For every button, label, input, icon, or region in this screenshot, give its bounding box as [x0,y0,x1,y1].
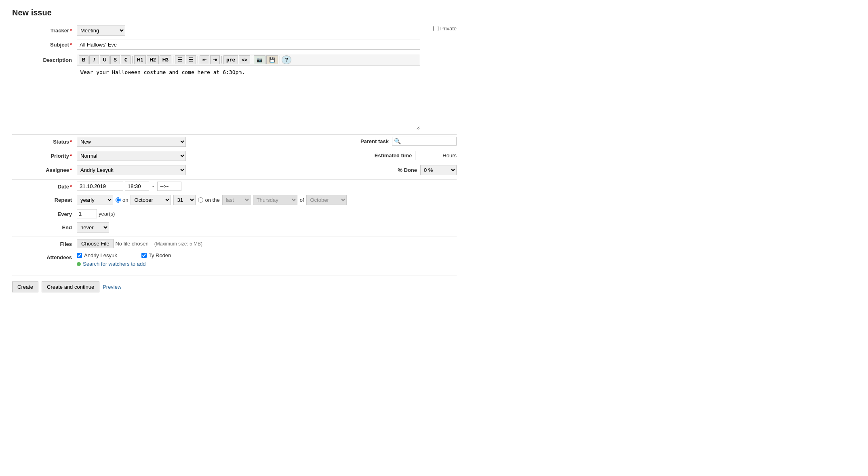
bold-button[interactable]: B [79,55,88,64]
description-field: B I U S C H1 H2 H3 ☰ ☶ ⇤ ⇥ pre [77,54,457,130]
estimated-time-section: Estimated time Hours [198,151,457,160]
files-row: Files Choose File No file chosen (Maximu… [12,239,457,248]
every-input[interactable] [77,209,97,218]
ol-button[interactable]: ☶ [186,55,196,64]
bottom-buttons: Create Create and continue Preview [12,275,457,292]
of-label: of [300,197,304,203]
ul-button[interactable]: ☰ [175,55,185,64]
preview-link[interactable]: Preview [103,284,121,290]
divider-3 [12,237,457,237]
image-button[interactable]: 📷 [254,55,265,64]
create-button[interactable]: Create [12,281,38,292]
h3-button[interactable]: H3 [160,55,171,64]
subject-field [77,40,457,50]
description-row: Description B I U S C H1 H2 H3 ☰ ☶ [12,54,457,130]
repeat-row: Repeat daily weekly monthly yearly on Ja… [12,195,457,205]
priority-field: Low Normal High Urgent Immediate [77,151,198,161]
estimated-time-input[interactable] [415,151,439,160]
search-icon: 🔍 [394,138,401,144]
search-watchers-section: Search for watchers to add [77,261,145,267]
divider-2 [12,179,457,180]
day-on-select[interactable]: 12345 678910 1112131415 1617181920 21222… [173,195,196,205]
page-title: New issue [12,8,856,17]
files-label: Files [12,239,77,247]
repeat-frequency-select[interactable]: daily weekly monthly yearly [77,195,113,205]
subject-row: Subject* [12,40,457,50]
position-select[interactable]: firstsecondthirdfourthlast [222,195,251,205]
every-row: Every year(s) [12,209,457,218]
parent-task-wrapper: 🔍 [392,137,457,146]
on-the-radio-group: on the [198,197,219,203]
toolbar-divider-2 [173,56,173,63]
toolbar-divider-1 [132,56,133,63]
attendee-1-checkbox[interactable] [77,253,82,258]
month-on-select[interactable]: JanuaryFebruaryMarchApril MayJuneJulyAug… [131,195,171,205]
subject-input[interactable] [77,40,420,50]
new-issue-form: Tracker* Meeting Bug Feature Support Tas… [12,25,457,292]
description-textarea[interactable]: Wear your Halloween costume and come her… [77,66,420,130]
percent-done-select[interactable]: 0 % 10 % 20 % 30 % 40 % 50 % 60 % 70 % 8… [420,165,457,175]
start-time-input[interactable] [125,182,149,191]
help-button[interactable]: ? [282,55,291,64]
attendee-1: Andriy Lesyuk [77,252,117,258]
on-radio[interactable] [116,197,121,203]
attendee-2-checkbox[interactable] [141,253,147,258]
subject-label: Subject* [12,40,77,48]
underline-button[interactable]: U [100,55,110,64]
end-select[interactable]: never on date after [77,222,109,233]
priority-estimated-row: Priority* Low Normal High Urgent Immedia… [12,151,457,161]
parent-task-label: Parent task [340,138,389,144]
priority-label: Priority* [12,151,77,159]
attendee-1-name: Andriy Lesyuk [84,252,117,258]
toolbar-divider-4 [221,56,222,63]
hours-label: Hours [442,152,457,159]
status-label: Status* [12,137,77,145]
month-of-select[interactable]: JanuaryFebruaryMarchApril MayJuneJulyAug… [306,195,347,205]
private-label: Private [440,25,457,32]
tracker-select[interactable]: Meeting Bug Feature Support Task [77,25,125,36]
date-row: Date* - [12,182,457,191]
private-checkbox[interactable] [433,26,438,31]
toolbar-divider-5 [252,56,252,63]
italic-button[interactable]: I [89,55,99,64]
choose-file-button[interactable]: Choose File [77,239,114,248]
on-radio-group: on [116,197,128,203]
h2-button[interactable]: H2 [147,55,158,64]
create-continue-button[interactable]: Create and continue [42,281,99,292]
code-button[interactable]: C [121,55,131,64]
start-date-input[interactable] [77,182,123,191]
pre-button[interactable]: pre [223,55,238,64]
priority-select[interactable]: Low Normal High Urgent Immediate [77,151,186,161]
date-separator: - [152,183,154,189]
no-file-label: No file chosen [115,241,148,247]
attendees-field: Andriy Lesyuk Ty Roden Search for watche… [77,252,457,267]
tracker-label: Tracker* [12,25,77,34]
align-left-button[interactable]: ⇤ [200,55,209,64]
toolbar-divider-6 [280,56,280,63]
parent-task-input[interactable] [402,138,451,144]
on-the-radio-label: on the [205,197,219,203]
h1-button[interactable]: H1 [134,55,146,64]
align-right-button[interactable]: ⇥ [210,55,220,64]
assignee-select[interactable]: Andriy Lesyuk Ty Roden [77,165,186,175]
status-select[interactable]: New In Progress Resolved Feedback Closed… [77,137,186,147]
tracker-field: Meeting Bug Feature Support Task [77,25,433,36]
end-time-input[interactable] [157,182,181,191]
embed-button[interactable]: 💾 [266,55,278,64]
attendees-list: Andriy Lesyuk Ty Roden [77,252,183,258]
estimated-time-label: Estimated time [363,152,412,159]
strikethrough-button[interactable]: S [110,55,120,64]
assignee-done-row: Assignee* Andriy Lesyuk Ty Roden % Done … [12,165,457,175]
percent-done-label: % Done [369,167,417,173]
green-dot-icon [77,262,81,266]
files-field: Choose File No file chosen (Maximum size… [77,239,457,248]
inline-code-button[interactable]: <> [239,55,250,64]
search-watchers-link[interactable]: Search for watchers to add [83,261,145,267]
toolbar-divider-3 [198,56,198,63]
weekday-select[interactable]: MondayTuesdayWednesday ThursdayFridaySat… [253,195,297,205]
on-the-radio[interactable] [198,197,203,203]
repeat-field: daily weekly monthly yearly on JanuaryFe… [77,195,457,205]
assignee-field: Andriy Lesyuk Ty Roden [77,165,198,175]
divider-1 [12,134,457,135]
private-section: Private [433,25,457,32]
